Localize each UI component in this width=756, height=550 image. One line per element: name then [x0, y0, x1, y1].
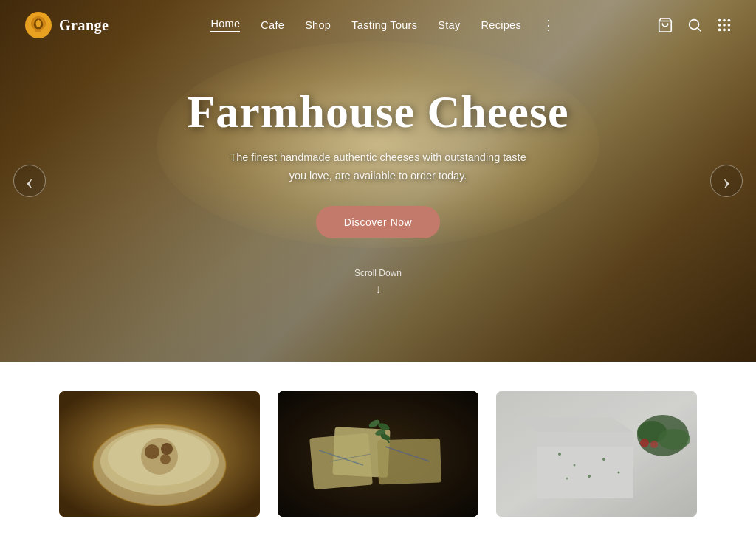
svg-point-17	[141, 438, 178, 475]
svg-point-7	[718, 24, 721, 27]
hero-prev-button[interactable]: ‹	[13, 165, 46, 197]
scroll-down[interactable]: Scroll Down ↓	[354, 268, 402, 296]
logo-text: Grange	[59, 17, 109, 34]
svg-point-4	[718, 19, 721, 22]
svg-point-2	[690, 20, 699, 30]
product-card-3[interactable]	[496, 391, 697, 517]
product-card-3-image	[496, 391, 697, 517]
svg-point-42	[588, 475, 591, 478]
svg-line-29	[378, 421, 389, 443]
svg-line-28	[385, 447, 430, 461]
header-icons	[657, 17, 732, 33]
svg-point-8	[723, 24, 726, 27]
logo[interactable]: Grange	[24, 10, 109, 40]
hero-subtitle: The finest handmade authentic cheeses wi…	[230, 148, 526, 185]
scroll-down-label: Scroll Down	[354, 268, 402, 278]
svg-rect-25	[377, 439, 441, 485]
svg-rect-24	[332, 427, 390, 478]
product-card-1[interactable]	[59, 391, 260, 517]
nav-stay[interactable]: Stay	[438, 19, 460, 31]
logo-icon	[24, 10, 53, 40]
svg-point-16	[108, 430, 211, 486]
hero-section: ‹ Farmhouse Cheese The finest handmade a…	[0, 0, 756, 362]
svg-point-45	[637, 421, 667, 443]
svg-point-30	[368, 419, 381, 430]
svg-point-12	[728, 29, 731, 32]
product-card-2-image	[278, 391, 478, 517]
svg-line-27	[330, 454, 371, 461]
svg-point-11	[723, 29, 726, 32]
scroll-arrow-icon: ↓	[375, 283, 381, 296]
hero-title: Farmhouse Cheese	[187, 86, 568, 137]
svg-point-14	[93, 424, 226, 506]
svg-point-41	[618, 472, 620, 474]
svg-marker-36	[515, 417, 633, 432]
nav-cafe[interactable]: Cafe	[261, 19, 284, 31]
svg-point-6	[728, 19, 731, 22]
nav-shop[interactable]: Shop	[305, 19, 331, 31]
svg-rect-37	[537, 432, 633, 447]
nav-more-icon[interactable]: ⋮	[542, 17, 555, 33]
svg-point-21	[93, 424, 226, 506]
svg-point-47	[640, 439, 649, 447]
svg-point-39	[574, 464, 576, 467]
svg-point-5	[723, 19, 726, 22]
nav-recipes[interactable]: Recipes	[481, 19, 522, 31]
svg-point-19	[161, 443, 173, 455]
svg-rect-35	[537, 432, 633, 498]
svg-point-43	[566, 478, 568, 480]
search-icon[interactable]	[687, 17, 703, 33]
svg-point-10	[718, 29, 721, 32]
svg-point-33	[379, 433, 391, 441]
svg-point-18	[145, 444, 159, 459]
svg-rect-22	[278, 391, 478, 517]
product-card-1-image	[59, 391, 260, 517]
cart-icon[interactable]	[657, 17, 673, 33]
main-nav: Home Cafe Shop Tasting Tours Stay Recipe…	[210, 17, 555, 33]
product-card-2[interactable]	[278, 391, 478, 517]
svg-rect-13	[59, 391, 260, 517]
svg-line-26	[319, 450, 363, 465]
svg-point-32	[374, 429, 385, 436]
svg-rect-34	[496, 391, 697, 517]
nav-home[interactable]: Home	[210, 18, 240, 32]
svg-point-31	[377, 422, 391, 432]
svg-point-38	[558, 453, 561, 456]
site-header: Grange Home Cafe Shop Tasting Tours Stay…	[0, 0, 756, 50]
hero-next-button[interactable]: ›	[710, 165, 743, 197]
svg-point-46	[658, 429, 690, 450]
product-cards-section	[0, 362, 756, 517]
apps-icon[interactable]	[716, 17, 732, 33]
svg-point-15	[100, 428, 219, 495]
svg-point-40	[602, 458, 605, 461]
svg-point-20	[160, 454, 171, 464]
svg-point-9	[728, 24, 731, 27]
svg-point-44	[637, 415, 689, 456]
hero-content: Farmhouse Cheese The finest handmade aut…	[0, 0, 756, 362]
nav-tasting-tours[interactable]: Tasting Tours	[351, 19, 417, 31]
hero-cta-button[interactable]: Discover Now	[316, 206, 440, 238]
svg-line-3	[698, 28, 701, 31]
svg-rect-23	[309, 433, 373, 490]
svg-point-48	[650, 441, 658, 448]
